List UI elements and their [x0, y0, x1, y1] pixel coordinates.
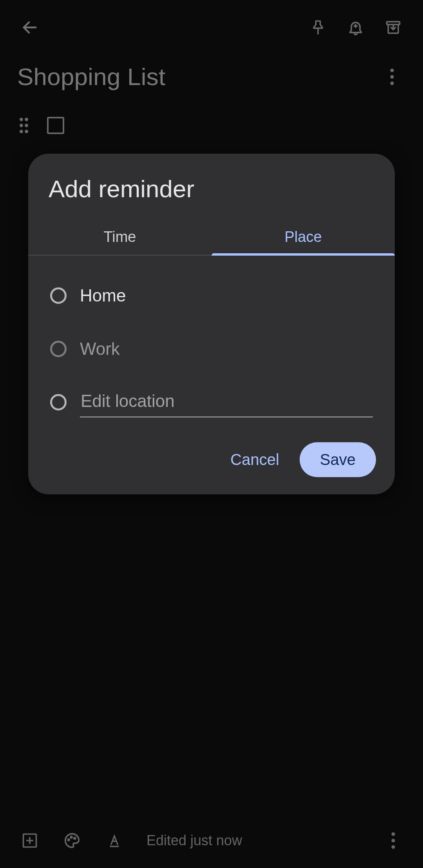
radio-icon	[50, 287, 67, 304]
tab-time[interactable]: Time	[28, 218, 212, 255]
svg-point-20	[74, 837, 76, 839]
add-reminder-dialog: Add reminder Time Place Home Work Cancel…	[28, 154, 395, 494]
option-work[interactable]: Work	[50, 322, 378, 376]
more-vert-icon	[390, 68, 394, 85]
svg-point-7	[390, 75, 394, 78]
option-home[interactable]: Home	[50, 269, 378, 322]
more-vert-icon	[391, 832, 396, 849]
add-box-icon	[21, 832, 38, 849]
dialog-title: Add reminder	[49, 175, 374, 203]
note-title[interactable]: Shopping List	[17, 63, 378, 91]
palette-icon	[63, 832, 81, 850]
bottom-more-button[interactable]	[374, 822, 412, 859]
svg-point-6	[390, 68, 394, 72]
cancel-button[interactable]: Cancel	[223, 443, 286, 476]
pin-button[interactable]	[299, 9, 337, 46]
svg-point-8	[390, 81, 394, 85]
reminder-button[interactable]	[337, 9, 374, 46]
arrow-left-icon	[21, 18, 39, 36]
text-format-button[interactable]	[96, 822, 133, 859]
palette-button[interactable]	[53, 822, 91, 859]
svg-point-13	[20, 130, 23, 133]
tab-place[interactable]: Place	[212, 218, 395, 255]
edit-location-input[interactable]	[80, 387, 373, 418]
back-button[interactable]	[11, 9, 49, 46]
svg-point-9	[20, 118, 23, 121]
svg-point-23	[391, 832, 395, 836]
save-button[interactable]: Save	[300, 442, 376, 477]
radio-icon	[50, 341, 67, 357]
add-content-button[interactable]	[11, 822, 49, 859]
radio-icon	[50, 394, 67, 410]
note-more-button[interactable]	[378, 63, 406, 91]
svg-rect-15	[24, 834, 36, 847]
svg-point-14	[25, 130, 28, 133]
checklist-item[interactable]	[16, 110, 64, 141]
text-format-icon	[107, 832, 122, 849]
svg-rect-4	[387, 22, 400, 24]
svg-point-10	[25, 118, 28, 121]
checkbox[interactable]	[47, 117, 64, 134]
reminder-tabs: Time Place	[28, 218, 395, 256]
place-options: Home Work	[28, 256, 395, 433]
archive-button[interactable]	[374, 9, 412, 46]
svg-point-19	[70, 836, 72, 838]
option-label: Home	[80, 286, 126, 305]
svg-point-24	[391, 839, 395, 842]
option-edit-location[interactable]	[50, 376, 378, 429]
bottom-toolbar: Edited just now	[0, 813, 423, 868]
svg-point-12	[25, 124, 28, 127]
edited-timestamp: Edited just now	[146, 832, 370, 849]
svg-point-18	[68, 839, 69, 841]
drag-handle-icon[interactable]	[16, 117, 32, 134]
top-app-bar	[0, 0, 423, 55]
dialog-actions: Cancel Save	[28, 433, 395, 494]
bell-plus-icon	[347, 19, 364, 36]
archive-icon	[385, 19, 402, 36]
svg-point-25	[391, 845, 395, 849]
svg-point-11	[20, 124, 23, 127]
pin-icon	[309, 19, 327, 36]
title-row: Shopping List	[17, 63, 406, 91]
option-label: Work	[80, 339, 120, 359]
